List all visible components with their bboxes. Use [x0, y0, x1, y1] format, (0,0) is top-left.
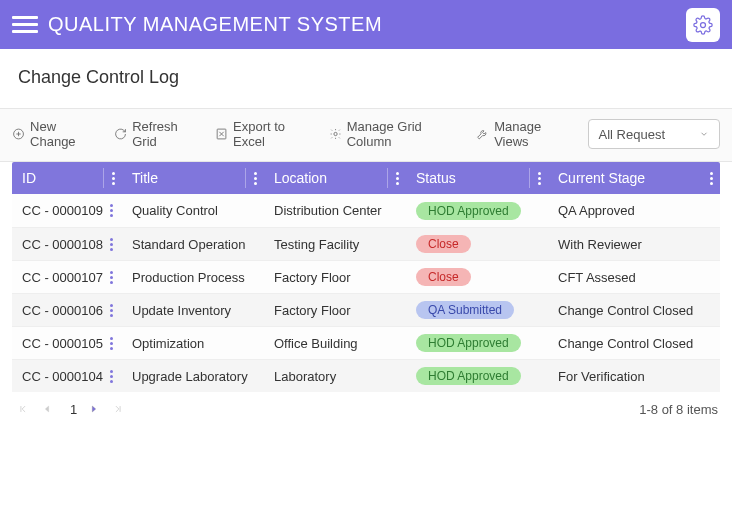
first-page-icon	[18, 404, 28, 414]
column-header-location[interactable]: Location	[264, 162, 406, 194]
appbar: QUALITY MANAGEMENT SYSTEM	[0, 0, 732, 49]
last-page-icon	[113, 404, 123, 414]
column-menu-icon[interactable]	[248, 171, 262, 185]
manage-views-label: Manage Views	[494, 119, 573, 149]
cell-status: HOD Approved	[406, 360, 548, 392]
row-menu-icon[interactable]	[104, 369, 118, 383]
cell-stage: QA Approved	[548, 194, 720, 227]
cell-title: Upgrade Laboratory	[122, 360, 264, 392]
cell-title: Standard Operation	[122, 228, 264, 260]
cell-id: CC - 0000109	[12, 194, 122, 227]
column-header-stage[interactable]: Current Stage	[548, 162, 720, 194]
new-change-button[interactable]: New Change	[12, 119, 100, 149]
data-grid: ID Title Location Status Current Stage C…	[12, 162, 720, 392]
manage-views-button[interactable]: Manage Views	[476, 119, 573, 149]
cell-status: Close	[406, 228, 548, 260]
cell-id: CC - 0000107	[12, 261, 122, 293]
settings-button[interactable]	[686, 8, 720, 42]
cell-location: Factory Floor	[264, 261, 406, 293]
pager-prev-button[interactable]	[38, 400, 56, 418]
menu-icon[interactable]	[12, 12, 38, 38]
row-menu-icon[interactable]	[104, 303, 118, 317]
cell-stage: For Verification	[548, 360, 720, 392]
status-badge: HOD Approved	[416, 334, 521, 352]
cell-location: Office Building	[264, 327, 406, 359]
table-row[interactable]: CC - 0000108Standard OperationTesting Fa…	[12, 227, 720, 260]
wrench-icon	[476, 127, 489, 141]
pager-last-button[interactable]	[109, 400, 127, 418]
manage-column-button[interactable]: Manage Grid Column	[329, 119, 462, 149]
cell-location: Factory Floor	[264, 294, 406, 326]
column-header-title[interactable]: Title	[122, 162, 264, 194]
cell-id: CC - 0000108	[12, 228, 122, 260]
cell-title: Optimization	[122, 327, 264, 359]
cell-location: Testing Facility	[264, 228, 406, 260]
status-badge: HOD Approved	[416, 367, 521, 385]
page-title-row: Change Control Log	[0, 49, 732, 109]
cell-status: HOD Approved	[406, 327, 548, 359]
cell-title: Production Process	[122, 261, 264, 293]
refresh-icon	[114, 127, 127, 141]
cell-location: Distribution Center	[264, 194, 406, 227]
table-row[interactable]: CC - 0000109Quality ControlDistribution …	[12, 194, 720, 227]
view-select-value: All Request	[599, 127, 665, 142]
new-change-label: New Change	[30, 119, 100, 149]
pager-summary: 1-8 of 8 items	[639, 402, 718, 417]
column-menu-icon[interactable]	[704, 171, 718, 185]
cell-id: CC - 0000104	[12, 360, 122, 392]
column-menu-icon[interactable]	[532, 171, 546, 185]
pager-next-button[interactable]	[85, 400, 103, 418]
cell-title: Update Inventory	[122, 294, 264, 326]
cell-stage: With Reviewer	[548, 228, 720, 260]
status-badge: Close	[416, 235, 471, 253]
export-excel-button[interactable]: Export to Excel	[215, 119, 315, 149]
table-row[interactable]: CC - 0000107Production ProcessFactory Fl…	[12, 260, 720, 293]
svg-point-7	[334, 132, 337, 135]
table-row[interactable]: CC - 0000104Upgrade LaboratoryLaboratory…	[12, 359, 720, 392]
grid-body: CC - 0000109Quality ControlDistribution …	[12, 194, 720, 392]
cell-status: Close	[406, 261, 548, 293]
cell-location: Laboratory	[264, 360, 406, 392]
column-header-id[interactable]: ID	[12, 162, 122, 194]
column-menu-icon[interactable]	[390, 171, 404, 185]
cell-stage: Change Control Closed	[548, 327, 720, 359]
table-row[interactable]: CC - 0000105OptimizationOffice BuildingH…	[12, 326, 720, 359]
table-row[interactable]: CC - 0000106Update InventoryFactory Floo…	[12, 293, 720, 326]
refresh-grid-button[interactable]: Refresh Grid	[114, 119, 201, 149]
pager-page-number: 1	[70, 402, 77, 417]
cell-stage: CFT Assesed	[548, 261, 720, 293]
status-badge: QA Submitted	[416, 301, 514, 319]
cell-status: QA Submitted	[406, 294, 548, 326]
status-badge: Close	[416, 268, 471, 286]
excel-icon	[215, 127, 228, 141]
pager: 1 1-8 of 8 items	[0, 392, 732, 428]
prev-page-icon	[42, 404, 52, 414]
toolbar: New Change Refresh Grid Export to Excel …	[0, 109, 732, 162]
status-badge: HOD Approved	[416, 202, 521, 220]
page-title: Change Control Log	[18, 67, 714, 88]
cell-id: CC - 0000105	[12, 327, 122, 359]
cell-title: Quality Control	[122, 194, 264, 227]
svg-marker-10	[93, 406, 96, 412]
manage-cols-label: Manage Grid Column	[347, 119, 462, 149]
refresh-label: Refresh Grid	[132, 119, 201, 149]
columns-icon	[329, 127, 342, 141]
row-menu-icon[interactable]	[104, 237, 118, 251]
column-menu-icon[interactable]	[106, 171, 120, 185]
export-label: Export to Excel	[233, 119, 315, 149]
gear-icon	[693, 15, 713, 35]
svg-point-0	[701, 22, 706, 27]
svg-marker-9	[45, 406, 48, 412]
chevron-down-icon	[699, 129, 709, 139]
plus-circle-icon	[12, 127, 25, 141]
row-menu-icon[interactable]	[104, 204, 118, 218]
cell-id: CC - 0000106	[12, 294, 122, 326]
pager-first-button[interactable]	[14, 400, 32, 418]
row-menu-icon[interactable]	[104, 336, 118, 350]
cell-stage: Change Control Closed	[548, 294, 720, 326]
view-select[interactable]: All Request	[588, 119, 720, 149]
app-title: QUALITY MANAGEMENT SYSTEM	[48, 13, 686, 36]
column-header-status[interactable]: Status	[406, 162, 548, 194]
row-menu-icon[interactable]	[104, 270, 118, 284]
grid-header: ID Title Location Status Current Stage	[12, 162, 720, 194]
